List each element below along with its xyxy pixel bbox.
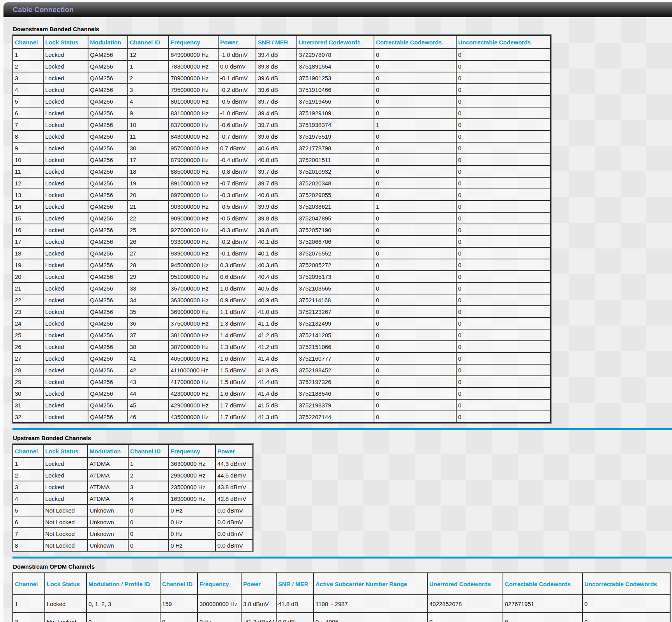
table-cell: 5 — [13, 95, 43, 107]
table-cell: 3752020348 — [297, 177, 374, 189]
table-cell: 4 — [128, 493, 169, 504]
table-cell: 0, 1, 2, 3 — [86, 595, 160, 613]
table-cell: QAM256 — [88, 306, 128, 317]
table-cell: 0 — [456, 294, 550, 306]
table-cell: 0 Hz — [198, 613, 241, 622]
table-cell: 39.8 dB — [256, 60, 297, 72]
column-header: Uncorrectable Codewords — [456, 35, 550, 49]
table-row: 2Not Locked000 Hz-41.2 dBmV0.0 dB0 ~ 409… — [13, 613, 670, 622]
table-row: 4LockedATDMA416900000 Hz42.8 dBmV — [13, 493, 253, 504]
table-cell: 3752141205 — [297, 329, 374, 341]
table-cell: 3 — [13, 72, 43, 84]
table-row: 6LockedQAM2569831000000 Hz-1.0 dBmV39.4 … — [13, 107, 550, 119]
table-row: 1Locked0, 1, 2, 3159300000000 Hz3.8 dBmV… — [13, 595, 670, 613]
table-cell: Locked — [45, 595, 86, 613]
table-cell: Locked — [43, 177, 88, 189]
table-cell: 0 — [456, 95, 550, 107]
table-cell: 0.0 dB — [276, 613, 314, 622]
table-cell: 2 — [13, 60, 43, 72]
table-cell: 0 — [374, 376, 456, 388]
table-cell: 27 — [128, 247, 169, 259]
table-row: 14LockedQAM25621903000000 Hz-0.5 dBmV39.… — [13, 201, 550, 212]
table-cell: 0 — [456, 247, 550, 259]
column-header: Unerrored Codewords — [297, 35, 374, 49]
table-cell: 0 — [456, 317, 550, 329]
table-cell: Locked — [43, 282, 88, 294]
table-cell: QAM256 — [88, 212, 128, 224]
table-cell: 17 — [13, 236, 43, 247]
table-cell: 357000000 Hz — [169, 282, 218, 294]
table-cell: Unknown — [88, 539, 128, 551]
table-row: 10LockedQAM25617879000000 Hz-0.4 dBmV40.… — [13, 154, 550, 166]
table-cell: 0.7 dBmV — [218, 142, 256, 154]
table-cell: 0 — [128, 528, 169, 539]
table-cell: 1.1 dBmV — [218, 306, 256, 317]
table-cell: 42 — [128, 364, 169, 376]
table-cell: Locked — [43, 49, 88, 60]
table-cell: 0 — [374, 294, 456, 306]
table-cell: 945000000 Hz — [169, 259, 218, 271]
table-cell: 38 — [128, 341, 169, 352]
table-cell: 423000000 Hz — [169, 388, 218, 399]
table-row: 11LockedQAM25618885000000 Hz-0.8 dBmV39.… — [13, 166, 550, 177]
table-row: 4LockedQAM2563795000000 Hz-0.2 dBmV39.6 … — [13, 84, 550, 95]
table-cell: Locked — [43, 84, 88, 95]
table-cell: 1.6 dBmV — [218, 388, 256, 399]
table-cell: 16900000 Hz — [169, 493, 215, 504]
table-cell: 40.0 dB — [256, 154, 297, 166]
table-cell: 957000000 Hz — [169, 142, 218, 154]
table-cell: 3752114168 — [297, 294, 374, 306]
table-cell: 0 — [456, 166, 550, 177]
table-cell: 795000000 Hz — [169, 84, 218, 95]
table-row: 20LockedQAM25629951000000 Hz0.6 dBmV40.4… — [13, 271, 550, 282]
ofdm-section-heading: Downstream OFDM Channels — [13, 563, 672, 570]
table-cell: 0 — [374, 247, 456, 259]
table-cell: 1 — [128, 458, 169, 469]
section-divider — [12, 557, 672, 559]
table-cell: 3752188452 — [297, 364, 374, 376]
table-cell: 0 — [374, 166, 456, 177]
table-cell: Not Locked — [43, 539, 88, 551]
table-cell: 18 — [128, 166, 169, 177]
table-cell: 0.3 dBmV — [218, 259, 256, 271]
table-cell: 21 — [128, 201, 169, 212]
column-header: Correctable Codewords — [503, 573, 582, 595]
table-cell: 41.4 dB — [256, 388, 297, 399]
table-cell: 0 — [374, 212, 456, 224]
column-header: Uncorrectable Codewords — [582, 573, 670, 595]
column-header: Channel ID — [160, 573, 198, 595]
page-frame: Cable Connection Downstream Bonded Chann… — [4, 2, 672, 622]
table-cell: 0 — [374, 341, 456, 352]
table-cell: 927000000 Hz — [169, 224, 218, 236]
table-cell: -0.2 dBmV — [218, 236, 256, 247]
column-header: Power — [218, 35, 256, 49]
table-cell: QAM256 — [88, 329, 128, 341]
table-cell: 429000000 Hz — [169, 399, 218, 411]
table-cell: 1.3 dBmV — [218, 341, 256, 352]
table-cell: Locked — [43, 166, 88, 177]
table-cell: 0.0 dBmV — [215, 516, 253, 528]
table-cell: -41.2 dBmV — [241, 613, 276, 622]
table-row: 18LockedQAM25627939000000 Hz-0.1 dBmV40.… — [13, 247, 550, 259]
table-cell: 0 — [128, 539, 169, 551]
table-cell: 3752095173 — [297, 271, 374, 282]
table-cell: 20 — [128, 189, 169, 201]
table-cell: Not Locked — [43, 516, 88, 528]
column-header: SNR / MER — [276, 573, 314, 595]
table-header-row: ChannelLock StatusModulation / Profile I… — [13, 573, 670, 595]
table-cell: 3721778798 — [297, 142, 374, 154]
table-cell: 35 — [128, 306, 169, 317]
table-cell: 19 — [128, 177, 169, 189]
table-cell: -0.3 dBmV — [218, 189, 256, 201]
table-cell: -0.3 dBmV — [218, 224, 256, 236]
table-cell: 6 — [13, 516, 43, 528]
column-header: Channel ID — [128, 444, 169, 458]
table-cell: 3 — [13, 481, 43, 493]
table-cell: QAM256 — [88, 411, 128, 423]
table-cell: 40.3 dB — [256, 259, 297, 271]
table-cell: 26 — [128, 236, 169, 247]
table-cell: 3752029055 — [297, 189, 374, 201]
table-cell: Locked — [43, 306, 88, 317]
page-title: Cable Connection — [13, 6, 74, 14]
column-header: Power — [215, 444, 253, 458]
